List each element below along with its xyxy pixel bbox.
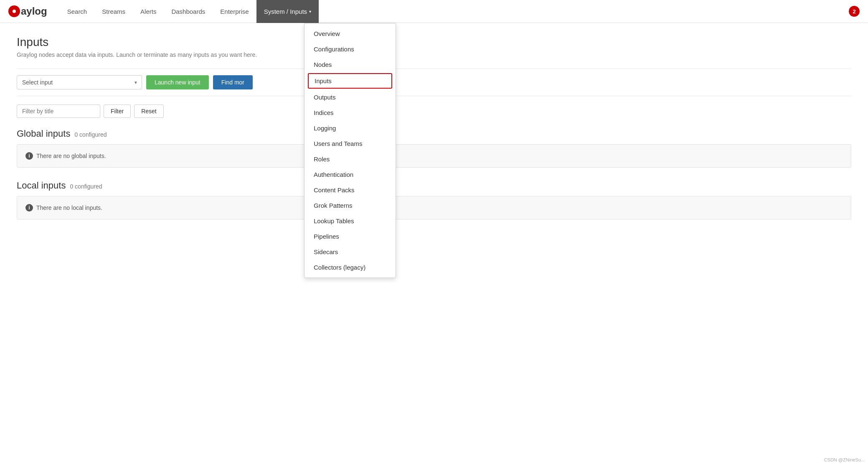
dropdown-item-inputs[interactable]: Inputs <box>308 73 392 89</box>
filter-by-title-input[interactable] <box>17 105 100 118</box>
local-inputs-content: i There are no local inputs. <box>17 196 851 219</box>
dropdown-item-collectors-legacy[interactable]: Collectors (legacy) <box>305 260 396 275</box>
dropdown-item-overview[interactable]: Overview <box>305 26 396 41</box>
local-inputs-empty-text: There are no local inputs. <box>36 204 102 211</box>
nav-item-streams[interactable]: Streams <box>94 0 133 23</box>
nav-item-enterprise[interactable]: Enterprise <box>213 0 256 23</box>
reset-button[interactable]: Reset <box>134 105 164 118</box>
navbar: aylog Search Streams Alerts Dashboards E… <box>0 0 868 23</box>
global-inputs-info-icon: i <box>25 152 33 160</box>
global-inputs-header: Global inputs 0 configured <box>17 128 851 139</box>
dropdown-item-outputs[interactable]: Outputs <box>305 89 396 105</box>
page-title: Inputs <box>17 36 851 49</box>
local-inputs-title: Local inputs <box>17 180 66 191</box>
notification-badge[interactable]: 2 <box>849 6 860 17</box>
global-inputs-content: i There are no global inputs. <box>17 144 851 168</box>
brand[interactable]: aylog <box>8 5 47 17</box>
filter-row: Filter Reset <box>17 105 851 118</box>
brand-logo-icon <box>8 5 20 17</box>
footer-text: CSDN @ZNineSu... <box>824 457 865 462</box>
local-inputs-badge: 0 configured <box>70 183 102 190</box>
system-dropdown-menu: Overview Configurations Nodes Inputs Out… <box>304 23 396 278</box>
nav-item-system[interactable]: System / Inputs ▾ <box>256 0 319 23</box>
filter-button[interactable]: Filter <box>104 105 131 118</box>
launch-new-input-button[interactable]: Launch new input <box>146 75 209 89</box>
brand-text: aylog <box>21 5 47 17</box>
system-dropdown-caret: ▾ <box>309 9 311 14</box>
nav-items: Search Streams Alerts Dashboards Enterpr… <box>60 0 843 23</box>
dropdown-item-configurations[interactable]: Configurations <box>305 41 396 57</box>
main-content: Inputs Graylog nodes accept data via inp… <box>0 23 868 464</box>
dropdown-item-authentication[interactable]: Authentication <box>305 167 396 182</box>
dropdown-item-sidecars[interactable]: Sidecars <box>305 244 396 260</box>
local-inputs-header: Local inputs 0 configured <box>17 180 851 191</box>
local-inputs-info-icon: i <box>25 204 33 212</box>
global-inputs-badge: 0 configured <box>74 131 107 138</box>
dropdown-item-lookup-tables[interactable]: Lookup Tables <box>305 213 396 229</box>
dropdown-item-roles[interactable]: Roles <box>305 151 396 167</box>
find-more-button[interactable]: Find mor <box>213 75 253 89</box>
footer: CSDN @ZNineSu... <box>821 456 868 464</box>
dropdown-item-nodes[interactable]: Nodes <box>305 57 396 72</box>
dropdown-item-logging[interactable]: Logging <box>305 120 396 136</box>
dropdown-item-grok-patterns[interactable]: Grok Patterns <box>305 198 396 213</box>
dropdown-item-indices[interactable]: Indices <box>305 105 396 120</box>
dropdown-item-content-packs[interactable]: Content Packs <box>305 182 396 198</box>
select-input-wrapper: Select input <box>17 75 142 89</box>
nav-item-search[interactable]: Search <box>60 0 95 23</box>
dropdown-item-users-teams[interactable]: Users and Teams <box>305 136 396 151</box>
page-subtitle: Graylog nodes accept data via inputs. La… <box>17 51 851 58</box>
select-input[interactable]: Select input <box>17 75 142 89</box>
global-inputs-empty-text: There are no global inputs. <box>36 153 106 159</box>
nav-item-alerts[interactable]: Alerts <box>133 0 164 23</box>
global-inputs-title: Global inputs <box>17 128 70 139</box>
dropdown-item-pipelines[interactable]: Pipelines <box>305 229 396 244</box>
nav-item-dashboards[interactable]: Dashboards <box>164 0 213 23</box>
input-controls: Select input Launch new input Find mor <box>17 69 851 96</box>
